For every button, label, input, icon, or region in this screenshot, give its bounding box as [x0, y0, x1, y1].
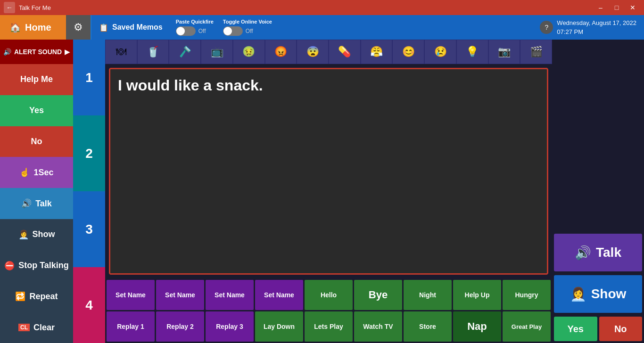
replay-3-button[interactable]: Replay 3 [206, 311, 254, 342]
home-icon: 🏠 [9, 22, 21, 33]
right-show-icon: 👩‍💼 [570, 286, 586, 302]
text-display[interactable]: I would like a snack. [109, 68, 548, 275]
set-name-4-button[interactable]: Set Name [255, 280, 303, 310]
talk-icon: 🔊 [21, 198, 32, 209]
right-talk-button[interactable]: 🔊 Talk [554, 234, 642, 271]
stop-talking-label: Stop Talking [18, 261, 69, 270]
number-2-button[interactable]: 2 [73, 115, 105, 191]
emoji-exhale-btn[interactable]: 😤 [361, 40, 393, 64]
time-display: 07:27 PM [557, 27, 636, 37]
center-right-area: 🍽 🥤 🪒 📺 🤢 😡 😨 💊 😤 😊 😢 💡 📷 🎬 I would like [105, 40, 644, 343]
right-show-button[interactable]: 👩‍💼 Show [554, 275, 642, 313]
right-talk-label: Talk [596, 245, 621, 260]
repeat-button[interactable]: 🔁 Repeat [0, 281, 73, 312]
help-up-button[interactable]: Help Up [453, 280, 501, 310]
number-3-button[interactable]: 3 [73, 191, 105, 267]
watch-tv-button[interactable]: Watch TV [354, 311, 402, 342]
replay-1-button[interactable]: Replay 1 [107, 311, 155, 342]
store-button[interactable]: Store [404, 311, 452, 342]
stop-talking-button[interactable]: ⛔ Stop Talking [0, 250, 73, 281]
num-1-label: 1 [85, 70, 93, 85]
clear-button[interactable]: CL Clear [0, 312, 73, 343]
emoji-drink-btn[interactable]: 🥤 [137, 40, 169, 64]
play-icon: ▶ [65, 48, 70, 56]
emoji-video-btn[interactable]: 🎬 [520, 40, 552, 64]
emoji-fear-btn[interactable]: 😨 [297, 40, 329, 64]
show-person-icon: 👩‍💼 [18, 229, 29, 240]
home-button[interactable]: 🏠 Home [0, 15, 66, 40]
online-voice-label: Toggle Online Voice [223, 19, 272, 24]
lets-play-button[interactable]: Lets Play [305, 311, 353, 342]
paste-quickfire-toggle[interactable] [176, 26, 196, 36]
set-name-1-button[interactable]: Set Name [107, 280, 155, 310]
emoji-angry-btn[interactable]: 😡 [265, 40, 297, 64]
app-title: Talk For Me [19, 4, 51, 11]
lay-down-button[interactable]: Lay Down [255, 311, 303, 342]
hungry-button[interactable]: Hungry [503, 280, 551, 310]
emoji-happy-btn[interactable]: 😊 [392, 40, 424, 64]
text-display-wrapper: I would like a snack. [105, 64, 552, 278]
help-icon[interactable]: ? [540, 21, 553, 34]
num-3-label: 3 [85, 222, 93, 237]
yes-button[interactable]: Yes [0, 95, 73, 126]
settings-button[interactable]: ⚙ [66, 15, 91, 40]
right-top-spacer [554, 41, 642, 232]
maximize-button[interactable]: □ [609, 0, 624, 15]
emoji-toolbar: 🍽 🥤 🪒 📺 🤢 😡 😨 💊 😤 😊 😢 💡 📷 🎬 [105, 40, 552, 64]
main-layout: 🔊 ALERT SOUND ▶ Help Me Yes No ☝ 1Sec 🔊 … [0, 40, 644, 343]
emoji-camera-btn[interactable]: 📷 [488, 40, 520, 64]
alert-sound-button[interactable]: 🔊 ALERT SOUND ▶ [0, 40, 73, 64]
paste-quickfire-status: Off [198, 28, 206, 34]
bottom-grid: Set Name Set Name Set Name Set Name Hell… [105, 278, 552, 343]
speaker-icon: 🔊 [3, 48, 11, 56]
number-4-button[interactable]: 4 [73, 267, 105, 343]
right-no-button[interactable]: No [599, 317, 643, 341]
online-voice-toggle[interactable] [223, 26, 243, 36]
datetime-display: ? Wednesday, August 17, 2022 07:27 PM [532, 15, 644, 40]
right-yes-no-area: Yes No [554, 317, 642, 341]
great-play-button[interactable]: Great Play [503, 311, 551, 342]
nav-toggles: Paste Quickfire Off Toggle Online Voice … [170, 15, 533, 40]
emoji-razor-btn[interactable]: 🪒 [169, 40, 201, 64]
number-column: 1 2 3 4 [73, 40, 105, 343]
repeat-icon: 🔁 [15, 291, 25, 302]
saved-memos-button[interactable]: 📋 Saved Memos [91, 15, 170, 40]
paste-quickfire-toggle-group: Paste Quickfire Off [176, 19, 214, 36]
back-button[interactable]: ← [4, 2, 15, 13]
number-1-button[interactable]: 1 [73, 40, 105, 115]
talk-sidebar-button[interactable]: 🔊 Talk [0, 188, 73, 219]
minimize-button[interactable]: – [593, 0, 608, 15]
emoji-cry-btn[interactable]: 😢 [424, 40, 456, 64]
show-sidebar-button[interactable]: 👩‍💼 Show [0, 219, 73, 250]
online-voice-status: Off [246, 28, 253, 34]
set-name-2-button[interactable]: Set Name [156, 280, 204, 310]
emoji-sick-btn[interactable]: 🤢 [233, 40, 265, 64]
home-label: Home [25, 22, 51, 33]
emoji-fork-btn[interactable]: 🍽 [105, 40, 137, 64]
emoji-bulb-btn[interactable]: 💡 [456, 40, 488, 64]
memos-label: Saved Memos [112, 23, 163, 32]
clear-label: Clear [33, 323, 55, 333]
show-label: Show [33, 229, 55, 239]
no-button[interactable]: No [0, 126, 73, 157]
right-no-label: No [614, 324, 627, 334]
stop-icon: ⛔ [4, 261, 15, 271]
set-name-3-button[interactable]: Set Name [206, 280, 254, 310]
emoji-tv-btn[interactable]: 📺 [201, 40, 233, 64]
yes-label: Yes [29, 106, 44, 115]
nap-button[interactable]: Nap [453, 311, 501, 342]
left-sidebar: 🔊 ALERT SOUND ▶ Help Me Yes No ☝ 1Sec 🔊 … [0, 40, 73, 343]
close-button[interactable]: ✕ [625, 0, 640, 15]
right-yes-label: Yes [568, 324, 584, 334]
right-yes-button[interactable]: Yes [554, 317, 597, 341]
replay-2-button[interactable]: Replay 2 [156, 311, 204, 342]
alert-sound-label: ALERT SOUND [14, 48, 62, 56]
date-display: Wednesday, August 17, 2022 [557, 18, 636, 28]
repeat-label: Repeat [29, 292, 58, 302]
night-button[interactable]: Night [404, 280, 452, 310]
bye-button[interactable]: Bye [354, 280, 402, 310]
help-me-button[interactable]: Help Me [0, 64, 73, 95]
emoji-pill-btn[interactable]: 💊 [329, 40, 361, 64]
one-sec-button[interactable]: ☝ 1Sec [0, 157, 73, 188]
hello-button[interactable]: Hello [305, 280, 353, 310]
